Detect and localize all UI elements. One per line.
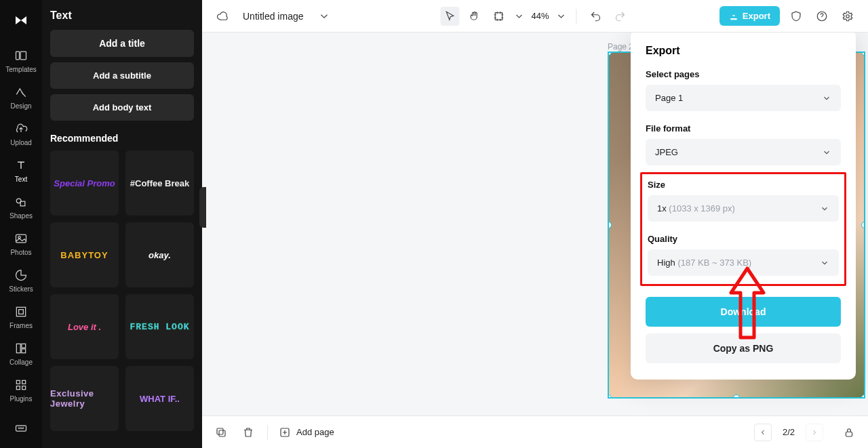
chevron-down-icon — [822, 148, 831, 157]
thumb-babytoy[interactable]: BABYTOY — [50, 222, 119, 287]
left-rail: Templates Design Upload Text Shapes Phot… — [0, 0, 42, 448]
rail-design[interactable]: Design — [0, 79, 42, 115]
rail-photos[interactable]: Photos — [0, 225, 42, 262]
rail-templates[interactable]: Templates — [0, 42, 42, 79]
file-format-dropdown[interactable]: JPEG — [646, 139, 841, 165]
delete-button[interactable] — [240, 424, 256, 441]
select-pages-label: Select pages — [646, 69, 841, 79]
rail-design-label: Design — [10, 102, 31, 110]
rail-plugins[interactable]: Plugins — [0, 371, 42, 408]
rail-shapes-label: Shapes — [9, 212, 33, 220]
rail-collage[interactable]: Collage — [0, 335, 42, 371]
rail-stickers[interactable]: Stickers — [0, 262, 42, 298]
rail-upload-label: Upload — [10, 139, 32, 146]
rail-text-label: Text — [15, 176, 27, 183]
undo-button[interactable] — [587, 7, 606, 26]
svg-rect-14 — [22, 386, 26, 390]
resize-handle-br[interactable] — [861, 394, 865, 399]
main-area: Untitled image 44% Export — [202, 0, 868, 448]
export-button-label: Export — [743, 11, 770, 21]
add-page-label: Add page — [296, 427, 334, 437]
prev-page-button[interactable] — [754, 424, 772, 441]
photos-icon — [13, 230, 29, 247]
rail-bottom[interactable] — [0, 415, 42, 448]
svg-rect-0 — [16, 52, 20, 60]
thumb-special-promo[interactable]: Special Promo — [50, 150, 119, 216]
shapes-icon — [13, 194, 29, 210]
select-pages-dropdown[interactable]: Page 1 — [646, 85, 841, 111]
shield-icon[interactable] — [787, 7, 806, 26]
thumb-label: Exclusive Jewelry — [50, 388, 119, 409]
rail-shapes[interactable]: Shapes — [0, 188, 42, 225]
resize-handle-tr[interactable] — [861, 52, 865, 56]
size-value: 1x (1033 x 1369 px) — [657, 203, 735, 213]
cursor-tool[interactable] — [440, 7, 459, 26]
design-icon — [13, 84, 29, 100]
thumb-exclusive-jewelry[interactable]: Exclusive Jewelry — [50, 366, 119, 431]
resize-handle-ml[interactable] — [608, 222, 612, 228]
resize-handle-tl[interactable] — [608, 52, 612, 56]
title-chevron-down-icon[interactable] — [315, 7, 334, 26]
add-body-button[interactable]: Add body text — [50, 94, 194, 121]
rail-frames[interactable]: Frames — [0, 298, 42, 335]
rail-text[interactable]: Text — [0, 152, 42, 188]
svg-rect-9 — [22, 344, 26, 348]
svg-rect-8 — [16, 344, 20, 352]
thumb-love-it[interactable]: Love it . — [50, 294, 119, 359]
chevron-down-icon — [822, 94, 831, 103]
project-title[interactable]: Untitled image — [239, 11, 308, 22]
cloud-save-icon[interactable] — [213, 7, 232, 26]
rail-templates-label: Templates — [5, 66, 37, 73]
size-dropdown[interactable]: 1x (1033 x 1369 px) — [648, 195, 839, 222]
zoom-level[interactable]: 44% — [530, 11, 550, 21]
stickers-icon — [13, 267, 29, 283]
resize-handle-bl[interactable] — [608, 394, 612, 399]
bottom-bar: Add page 2/2 — [202, 415, 868, 448]
lock-button[interactable] — [841, 424, 857, 441]
add-page-button[interactable]: Add page — [279, 426, 334, 439]
svg-rect-7 — [19, 310, 24, 314]
copy-as-png-button[interactable]: Copy as PNG — [646, 333, 841, 363]
quality-value: High (187 KB ~ 373 KB) — [657, 258, 751, 268]
canvas-page-label: Page 2 — [608, 42, 633, 52]
export-button[interactable]: Export — [719, 6, 780, 26]
thumb-what-if[interactable]: WHAT IF.. — [125, 366, 194, 431]
artboard-chevron-down-icon[interactable] — [513, 7, 524, 26]
quality-dropdown[interactable]: High (187 KB ~ 373 KB) — [648, 249, 839, 276]
resize-handle-mr[interactable] — [861, 222, 865, 228]
rail-upload[interactable]: Upload — [0, 115, 42, 152]
download-button[interactable]: Download — [646, 297, 841, 327]
resize-handle-mb[interactable] — [733, 394, 740, 399]
page-count: 2/2 — [783, 427, 795, 437]
next-page-button[interactable] — [806, 424, 823, 441]
hand-tool[interactable] — [465, 7, 484, 26]
zoom-chevron-down-icon[interactable] — [556, 7, 567, 26]
file-format-label: File format — [646, 123, 841, 134]
rail-collage-label: Collage — [9, 359, 33, 366]
app-logo[interactable] — [9, 8, 33, 33]
canvas-area[interactable]: Page 2 — [202, 33, 868, 415]
recommended-heading: Recommended — [50, 133, 194, 144]
thumb-label: #Coffee Break — [130, 178, 189, 188]
add-subtitle-button[interactable]: Add a subtitle — [50, 62, 194, 89]
svg-rect-29 — [219, 430, 225, 436]
rail-plugins-label: Plugins — [10, 395, 33, 403]
help-icon[interactable] — [812, 7, 831, 26]
layers-button[interactable] — [213, 424, 229, 441]
rail-frames-label: Frames — [9, 322, 33, 329]
panel-title: Text — [50, 9, 194, 22]
keyboard-icon — [13, 420, 29, 436]
divider — [576, 9, 577, 24]
thumb-coffee-break[interactable]: #Coffee Break — [125, 150, 194, 216]
thumb-fresh-look[interactable]: FRESH LOOK — [125, 294, 194, 359]
thumb-label: WHAT IF.. — [140, 394, 180, 404]
thumb-label: BABYTOY — [60, 250, 108, 260]
artboard-tool[interactable] — [489, 7, 508, 26]
recommended-grid: Special Promo #Coffee Break BABYTOY okay… — [50, 150, 194, 431]
add-title-button[interactable]: Add a title — [50, 30, 194, 57]
thumb-label: Special Promo — [54, 178, 115, 188]
svg-rect-4 — [16, 235, 26, 243]
redo-button[interactable] — [611, 7, 630, 26]
thumb-okay[interactable]: okay. — [125, 222, 194, 287]
settings-icon[interactable] — [838, 7, 857, 26]
